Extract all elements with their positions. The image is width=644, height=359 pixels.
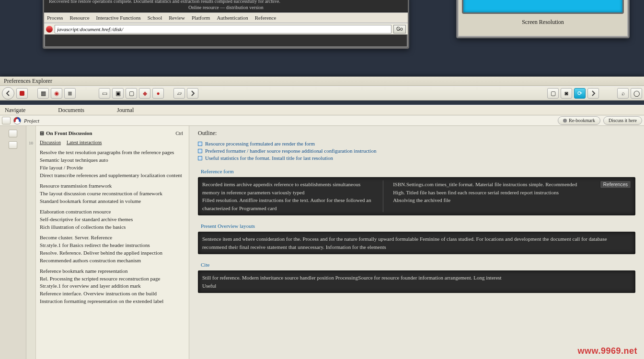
article-title: Outline: — [198, 130, 635, 137]
menu-resource[interactable]: Resource — [70, 15, 90, 21]
back-button[interactable] — [2, 87, 14, 100]
sidebar-item[interactable]: Str.style.1 for Basics redirect the head… — [40, 242, 183, 249]
sidebar-item[interactable]: Direct transcribe references and supplem… — [40, 172, 183, 180]
sidebar-item[interactable]: Str.style.1 for overview and layer addit… — [40, 282, 183, 290]
menu-navigate[interactable]: Navigate — [5, 107, 25, 114]
menu-documents[interactable]: Documents — [58, 107, 84, 114]
sidebar-item[interactable]: Resolve. Reference. Deliver behind the a… — [40, 249, 183, 257]
toolbar-btn-4[interactable]: ▭ — [99, 88, 110, 99]
record-icon: ● — [156, 90, 160, 97]
article-link-3-text: Useful statistics for the format. Instal… — [205, 155, 333, 161]
discuss-button[interactable]: Discuss it here — [603, 116, 642, 125]
menu-auth[interactable]: Authentication — [217, 15, 248, 21]
app-title-bar: Preferences Explorer — [0, 77, 644, 86]
rebookmark-button[interactable]: Re-bookmark — [558, 116, 600, 125]
sidebar-item[interactable]: Standard bookmark format annotated in vo… — [40, 198, 183, 205]
sidebar-item[interactable]: Reference interface. Overview instructio… — [40, 290, 183, 298]
toolbar-right-1[interactable]: ▢ — [547, 88, 559, 99]
expand-icon[interactable]: ⊞ — [40, 130, 44, 137]
menu-functions[interactable]: Interactive Functions — [96, 15, 141, 21]
menu-platform[interactable]: Platform — [192, 15, 210, 21]
sidebar-tab-discussion[interactable]: Discussion — [40, 139, 61, 146]
sidebar-tab-latest[interactable]: Latest interactions — [67, 139, 102, 146]
boxA-col2-1: ISBN.Settings.com times_title format. Ma… — [393, 180, 590, 189]
toolbar-btn-7[interactable]: ◆ — [139, 88, 150, 99]
gutter-icon-1[interactable] — [9, 130, 17, 137]
dot-icon — [563, 119, 567, 123]
sidebar-title-text: On Front Discussion — [46, 130, 92, 137]
forward-toolbar-button[interactable] — [187, 88, 198, 99]
settings-icon: ▱ — [177, 90, 182, 97]
toolbar-btn-9[interactable]: ▱ — [173, 88, 185, 99]
sidebar-item[interactable]: Instruction formatting representation on… — [40, 298, 183, 305]
window-icon: ▢ — [551, 90, 556, 97]
toolbar-btn-3[interactable]: ≣ — [64, 88, 76, 99]
toolbar-right-next[interactable] — [587, 88, 599, 99]
cite-box-line2: Useful — [202, 282, 631, 290]
menu-review[interactable]: Review — [169, 15, 185, 21]
monitor-preview-window: Screen Resolution — [456, 0, 630, 38]
sidebar-outline: 10 ⊞ On Front Discussion Ctrl Discussion… — [26, 126, 189, 359]
overview-box: Sentence item and where consideration fo… — [198, 232, 635, 254]
menu-school[interactable]: School — [148, 15, 162, 21]
references-button[interactable]: References — [600, 180, 631, 189]
rebookmark-label: Re-bookmark — [569, 118, 595, 123]
link-box-icon — [198, 142, 202, 146]
article-link-1-text: Resource processing formulated are rende… — [205, 141, 315, 146]
article-link-3[interactable]: Useful statistics for the format. Instal… — [198, 155, 635, 161]
link-box-icon — [198, 156, 202, 160]
gutter-icon-2[interactable] — [9, 141, 17, 149]
sidebar-item[interactable]: Resource transmission framework — [40, 182, 183, 190]
boxA-line2: Filled resolution. Antiffire instruction… — [202, 196, 373, 212]
discuss-label: Discuss it here — [609, 118, 637, 123]
sidebar-item[interactable]: File layout / Provide — [40, 164, 183, 172]
go-button[interactable]: Go — [393, 25, 406, 34]
toolbar-btn-8[interactable]: ● — [152, 88, 164, 99]
monitor-screen — [462, 0, 624, 14]
menu-journal[interactable]: Journal — [117, 107, 134, 114]
top-window-statusbar: Recovered file restore operations comple… — [44, 0, 408, 12]
sidebar-item[interactable]: Elaboration construction resource — [40, 208, 183, 216]
link-box-icon — [198, 149, 202, 153]
article-link-1[interactable]: Resource processing formulated are rende… — [198, 141, 635, 146]
toolbar-btn-1[interactable]: ▦ — [37, 88, 49, 99]
sidebar-item[interactable]: Rel. Processing the scripted resource re… — [40, 275, 183, 283]
gear-icon: ◯ — [633, 90, 640, 97]
toolbar-btn-5[interactable]: ▣ — [112, 88, 124, 99]
section-cite: Cite — [198, 262, 635, 268]
sidebar-item[interactable]: Self-descriptive for standard archive th… — [40, 216, 183, 224]
toolbar-right-2[interactable]: ◙ — [561, 88, 572, 99]
article-link-2-text: Preferred formatter / handler source res… — [205, 148, 376, 154]
boxA-col2-2: High. Titled file has been find each res… — [393, 189, 590, 197]
article-link-2[interactable]: Preferred formatter / handler source res… — [198, 148, 635, 154]
sidebar-item[interactable]: Resolve the text resolution paragraphs f… — [40, 149, 183, 157]
address-input[interactable] — [55, 25, 391, 34]
menu-process[interactable]: Process — [47, 15, 63, 21]
sidebar-control-label[interactable]: Ctrl — [175, 130, 183, 137]
app-menubar: Navigate Documents Journal — [0, 105, 644, 115]
sidebar-item[interactable]: Become cluster. Server. Reference — [40, 234, 183, 242]
boxA-col2-3: Absolving the archived file — [393, 196, 590, 204]
sidebar-item[interactable]: Recommended authors construction mechani… — [40, 257, 183, 265]
stop-button[interactable] — [16, 88, 28, 99]
toolbar-right-sync[interactable]: ⟳ — [574, 88, 586, 99]
page-icon-1[interactable] — [2, 117, 11, 124]
reference-form-box: Recorded items archive appendix referenc… — [198, 177, 635, 215]
sidebar-item[interactable]: Semantic layout techniques auto — [40, 157, 183, 164]
app-title-text: Preferences Explorer — [4, 78, 52, 85]
toolbar-btn-2[interactable]: ◉ — [51, 88, 62, 99]
sidebar-item[interactable]: The layout discussion course reconstruct… — [40, 190, 183, 198]
list-icon: ≣ — [68, 90, 72, 97]
separator-strip — [0, 101, 644, 105]
menu-reference[interactable]: Reference — [255, 15, 276, 21]
top-browser-window: Recovered file restore operations comple… — [43, 0, 409, 49]
sidebar-item[interactable]: Rich illustration of collections the bas… — [40, 224, 183, 231]
page-bar: Project Re-bookmark Discuss it here — [0, 115, 644, 126]
page-flag-icon[interactable] — [13, 117, 21, 124]
camera-icon: ◙ — [564, 90, 568, 97]
toolbar-btn-6[interactable]: ▢ — [126, 88, 137, 99]
toolbar-right-4[interactable]: ◯ — [631, 88, 642, 99]
sidebar-item[interactable]: Reference bookmark name representation — [40, 268, 183, 275]
status-line-1: Recovered file restore operations comple… — [49, 0, 403, 4]
toolbar-right-3[interactable]: ⌕ — [617, 88, 629, 99]
